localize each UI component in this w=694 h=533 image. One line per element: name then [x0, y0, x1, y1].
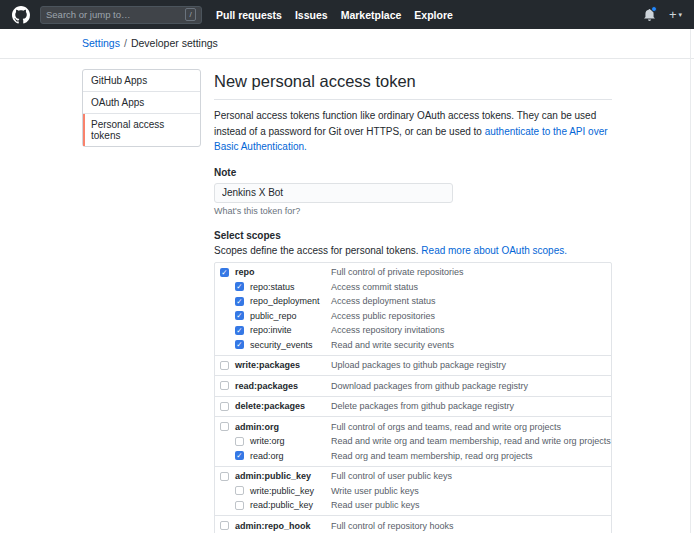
note-help-text: What's this token for? — [214, 206, 612, 216]
scope-group: read:packagesDownload packages from gith… — [215, 375, 611, 396]
unchecked-checkbox-read:packages[interactable] — [220, 381, 229, 390]
note-label: Note — [214, 167, 612, 178]
notification-dot — [651, 6, 657, 12]
scope-description: Full control of user public keys — [331, 471, 452, 481]
scope-group: admin:public_keyFull control of user pub… — [215, 466, 611, 516]
unchecked-checkbox-write:public_key[interactable] — [235, 486, 244, 495]
unchecked-checkbox-read:public_key[interactable] — [235, 501, 244, 510]
scope-description: Full control of orgs and teams, read and… — [331, 422, 561, 432]
scope-name: repo:invite — [250, 325, 292, 335]
scope-name: admin:org — [235, 422, 279, 432]
scope-group: write:packagesUpload packages to github … — [215, 355, 611, 376]
scope-description: Access repository invitations — [331, 325, 445, 335]
header-nav: Pull requestsIssuesMarketplaceExplore — [216, 9, 466, 21]
scope-row-repo_deployment: ✓repo_deploymentAccess deployment status — [215, 294, 611, 309]
intro-paragraph: Personal access tokens function like ord… — [214, 108, 612, 155]
scope-description: Access public repositories — [331, 311, 435, 321]
scope-description: Access commit status — [331, 282, 418, 292]
breadcrumb-separator: / — [124, 37, 127, 49]
search-input[interactable] — [46, 9, 185, 20]
github-logo-icon[interactable] — [12, 6, 30, 24]
scope-name: write:org — [250, 436, 285, 446]
checked-checkbox-repo:status[interactable]: ✓ — [235, 282, 244, 291]
scope-description: Read and write org and team membership, … — [331, 436, 611, 446]
scope-name: repo_deployment — [250, 296, 320, 306]
chevron-down-icon: ▾ — [678, 11, 682, 19]
nav-item-pull-requests[interactable]: Pull requests — [216, 9, 282, 21]
checked-checkbox-security_events[interactable]: ✓ — [235, 340, 244, 349]
scope-name: repo:status — [250, 282, 295, 292]
scope-name: security_events — [250, 340, 313, 350]
scope-description: Full control of private repositories — [331, 267, 464, 277]
scope-row-write:org: write:orgRead and write org and team mem… — [215, 434, 611, 449]
scope-group: admin:repo_hookFull control of repositor… — [215, 515, 611, 533]
unchecked-checkbox-delete:packages[interactable] — [220, 402, 229, 411]
oauth-scopes-link[interactable]: Read more about OAuth scopes. — [421, 245, 567, 256]
scope-name: read:org — [250, 451, 284, 461]
developer-settings-sidebar: GitHub AppsOAuth AppsPersonal access tok… — [82, 69, 201, 147]
scope-name: delete:packages — [235, 401, 305, 411]
scopes-description: Scopes define the access for personal to… — [214, 245, 612, 256]
plus-icon: + — [669, 8, 677, 21]
checked-checkbox-repo_deployment[interactable]: ✓ — [235, 297, 244, 306]
search-box: / — [40, 6, 202, 24]
scope-name: read:public_key — [250, 500, 313, 510]
scope-name: public_repo — [250, 311, 297, 321]
breadcrumb-settings-link[interactable]: Settings — [82, 37, 120, 49]
scope-group: ✓repoFull control of private repositorie… — [215, 263, 611, 355]
global-header: / Pull requestsIssuesMarketplaceExplore … — [0, 0, 694, 29]
scope-name: admin:repo_hook — [235, 521, 311, 531]
scope-row-repo:status: ✓repo:statusAccess commit status — [215, 280, 611, 295]
note-input[interactable] — [214, 183, 453, 203]
scopes-description-text: Scopes define the access for personal to… — [214, 245, 421, 256]
checked-checkbox-public_repo[interactable]: ✓ — [235, 311, 244, 320]
scope-row-security_events: ✓security_eventsRead and write security … — [215, 338, 611, 353]
header-right: + ▾ — [643, 8, 682, 21]
notifications-button[interactable] — [643, 8, 656, 21]
sidebar-item-oauth-apps[interactable]: OAuth Apps — [83, 92, 200, 114]
scope-description: Delete packages from github package regi… — [331, 401, 514, 411]
scope-name: repo — [235, 267, 255, 277]
checked-checkbox-repo:invite[interactable]: ✓ — [235, 326, 244, 335]
nav-item-issues[interactable]: Issues — [295, 9, 328, 21]
scope-name: admin:public_key — [235, 471, 311, 481]
unchecked-checkbox-admin:public_key[interactable] — [220, 472, 229, 481]
page-right-edge — [690, 29, 691, 533]
sidebar-item-personal-access-tokens[interactable]: Personal access tokens — [83, 114, 200, 146]
content-area: GitHub AppsOAuth AppsPersonal access tok… — [0, 59, 694, 533]
scope-description: Download packages from github package re… — [331, 381, 528, 391]
scope-row-read:public_key: read:public_keyRead user public keys — [215, 498, 611, 513]
scope-row-admin:org: admin:orgFull control of orgs and teams,… — [215, 420, 611, 435]
scope-row-repo: ✓repoFull control of private repositorie… — [215, 265, 611, 280]
slash-key-hint: / — [185, 8, 196, 21]
checked-checkbox-read:org[interactable]: ✓ — [235, 451, 244, 460]
scope-row-public_repo: ✓public_repoAccess public repositories — [215, 309, 611, 324]
scope-description: Read org and team membership, read org p… — [331, 451, 533, 461]
nav-item-marketplace[interactable]: Marketplace — [341, 9, 402, 21]
unchecked-checkbox-write:org[interactable] — [235, 437, 244, 446]
main-panel: New personal access token Personal acces… — [214, 69, 612, 533]
scope-description: Read user public keys — [331, 500, 420, 510]
unchecked-checkbox-admin:repo_hook[interactable] — [220, 521, 229, 530]
scope-group: delete:packagesDelete packages from gith… — [215, 396, 611, 417]
create-new-button[interactable]: + ▾ — [669, 8, 682, 21]
checked-checkbox-repo[interactable]: ✓ — [220, 268, 229, 277]
breadcrumb: Settings/Developer settings — [0, 29, 694, 59]
scope-description: Read and write security events — [331, 340, 454, 350]
scope-row-repo:invite: ✓repo:inviteAccess repository invitation… — [215, 323, 611, 338]
nav-item-explore[interactable]: Explore — [414, 9, 453, 21]
scope-group: admin:orgFull control of orgs and teams,… — [215, 416, 611, 466]
scope-name: write:public_key — [250, 486, 314, 496]
page-title: New personal access token — [214, 69, 612, 100]
scope-row-write:packages: write:packagesUpload packages to github … — [215, 358, 611, 373]
scope-description: Write user public keys — [331, 486, 419, 496]
unchecked-checkbox-admin:org[interactable] — [220, 422, 229, 431]
unchecked-checkbox-write:packages[interactable] — [220, 361, 229, 370]
sidebar-item-github-apps[interactable]: GitHub Apps — [83, 70, 200, 92]
scope-description: Upload packages to github package regist… — [331, 360, 506, 370]
select-scopes-label: Select scopes — [214, 230, 612, 241]
scope-description: Access deployment status — [331, 296, 436, 306]
scope-name: read:packages — [235, 381, 298, 391]
scope-description: Full control of repository hooks — [331, 521, 454, 531]
scope-row-admin:public_key: admin:public_keyFull control of user pub… — [215, 469, 611, 484]
